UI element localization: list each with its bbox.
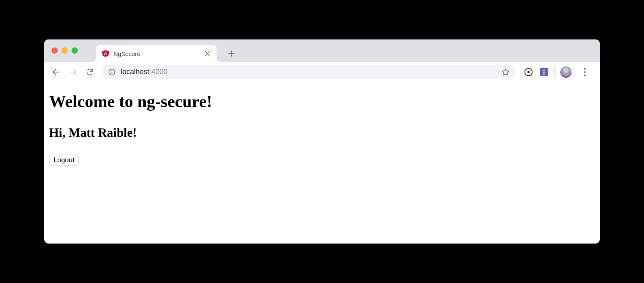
profile-avatar[interactable] xyxy=(560,66,572,78)
page-title: Welcome to ng-secure! xyxy=(49,92,595,111)
angular-icon xyxy=(101,50,109,58)
logout-button[interactable]: Logout xyxy=(49,155,79,166)
svg-point-2 xyxy=(111,70,112,71)
tab-close-icon[interactable] xyxy=(204,50,211,57)
tab-title: NgSecure xyxy=(114,50,200,57)
toolbar-divider xyxy=(554,67,555,77)
user-greeting: Hi, Matt Raible! xyxy=(49,126,595,140)
nav-back-button[interactable] xyxy=(48,64,64,80)
password-manager-icon[interactable] xyxy=(524,67,533,77)
url-port: :4200 xyxy=(149,68,167,76)
browser-menu-button[interactable] xyxy=(577,64,592,80)
site-info-icon[interactable] xyxy=(108,68,116,76)
url-text[interactable]: localhost:4200 xyxy=(121,68,496,76)
url-host: localhost xyxy=(121,68,149,76)
lighthouse-extension-icon[interactable] xyxy=(539,67,549,77)
svg-rect-8 xyxy=(543,71,545,72)
tab-strip: NgSecure xyxy=(96,39,238,62)
new-tab-button[interactable] xyxy=(225,47,238,60)
traffic-lights xyxy=(52,48,78,54)
bookmark-star-icon[interactable] xyxy=(501,68,510,76)
address-bar[interactable]: localhost:4200 xyxy=(102,65,516,79)
svg-rect-9 xyxy=(543,73,545,74)
svg-rect-7 xyxy=(543,69,545,70)
titlebar: NgSecure xyxy=(44,39,600,62)
nav-reload-button[interactable] xyxy=(82,64,97,80)
toolbar: localhost:4200 xyxy=(44,62,600,82)
nav-forward-button[interactable] xyxy=(65,64,80,80)
page-content: Welcome to ng-secure! Hi, Matt Raible! L… xyxy=(44,82,600,244)
window-close-button[interactable] xyxy=(52,48,58,54)
svg-point-4 xyxy=(527,71,530,73)
window-maximize-button[interactable] xyxy=(72,48,78,54)
extensions-area xyxy=(520,64,596,80)
browser-window: NgSecure localhost:4200 xyxy=(44,39,600,244)
browser-tab[interactable]: NgSecure xyxy=(96,45,217,62)
window-minimize-button[interactable] xyxy=(62,48,68,54)
